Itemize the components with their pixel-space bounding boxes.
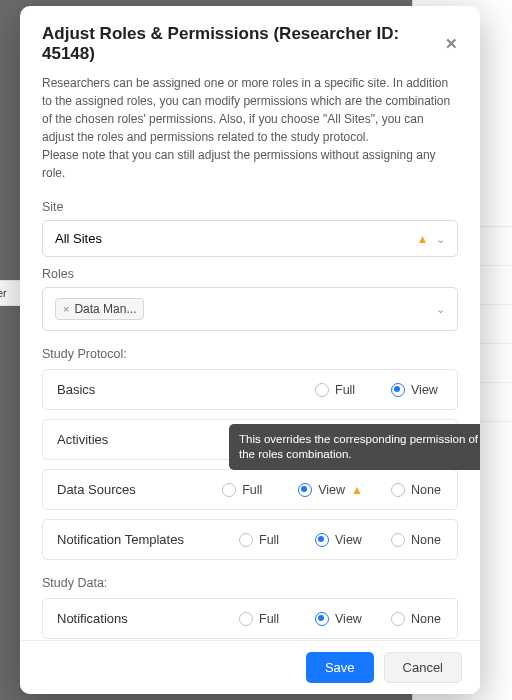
radio-icon[interactable] bbox=[239, 533, 253, 547]
modal-title: Adjust Roles & Permissions (Researcher I… bbox=[42, 24, 445, 64]
permission-name: Notifications bbox=[57, 611, 207, 626]
permission-option-none[interactable]: None bbox=[391, 612, 443, 626]
radio-icon[interactable] bbox=[239, 612, 253, 626]
permission-option-view[interactable]: View▲ bbox=[298, 483, 367, 497]
close-icon[interactable]: ✕ bbox=[445, 35, 458, 53]
permission-name: Basics bbox=[57, 382, 207, 397]
radio-icon[interactable] bbox=[315, 612, 329, 626]
permission-option-none[interactable]: None bbox=[391, 483, 443, 497]
warning-icon: ▲ bbox=[351, 483, 363, 497]
permission-option-none[interactable]: None bbox=[391, 533, 443, 547]
site-select[interactable]: All Sites ▲ ⌄ bbox=[42, 220, 458, 257]
permission-name: Activities bbox=[57, 432, 207, 447]
chip-remove-icon[interactable]: × bbox=[63, 303, 69, 315]
radio-icon[interactable] bbox=[222, 483, 236, 497]
roles-select[interactable]: × Data Man... ⌄ bbox=[42, 287, 458, 331]
radio-icon[interactable] bbox=[391, 612, 405, 626]
permission-option-full[interactable]: Full bbox=[222, 483, 274, 497]
modal-description: Researchers can be assigned one or more … bbox=[20, 68, 480, 186]
chevron-down-icon: ⌄ bbox=[436, 303, 445, 316]
roles-label: Roles bbox=[42, 267, 458, 281]
save-button[interactable]: Save bbox=[306, 652, 374, 683]
override-tooltip: This overrides the corresponding permiss… bbox=[229, 424, 480, 470]
radio-icon[interactable] bbox=[298, 483, 312, 497]
permission-row: ActivitiesFullViewNoneThis overrides the… bbox=[42, 419, 458, 460]
permission-row: Notification TemplatesFullViewNone bbox=[42, 519, 458, 560]
site-value: All Sites bbox=[55, 231, 102, 246]
permission-option-full[interactable]: Full bbox=[239, 612, 291, 626]
radio-icon[interactable] bbox=[315, 383, 329, 397]
radio-icon[interactable] bbox=[391, 483, 405, 497]
permission-row: BasicsFullView bbox=[42, 369, 458, 410]
permission-option-view[interactable]: View bbox=[315, 612, 367, 626]
role-chip[interactable]: × Data Man... bbox=[55, 298, 144, 320]
study-protocol-heading: Study Protocol: bbox=[42, 347, 458, 361]
chip-label: Data Man... bbox=[74, 302, 136, 316]
warning-icon: ▲ bbox=[416, 232, 428, 246]
radio-icon[interactable] bbox=[391, 383, 405, 397]
cancel-button[interactable]: Cancel bbox=[384, 652, 462, 683]
permission-row: Data SourcesFullView▲None bbox=[42, 469, 458, 510]
permission-option-full[interactable]: Full bbox=[315, 383, 367, 397]
radio-icon[interactable] bbox=[391, 533, 405, 547]
modal-body: Site All Sites ▲ ⌄ Roles × Data Man... ⌄… bbox=[20, 186, 480, 640]
roles-permissions-modal: Adjust Roles & Permissions (Researcher I… bbox=[20, 6, 480, 694]
chevron-down-icon: ⌄ bbox=[436, 233, 445, 245]
study-data-heading: Study Data: bbox=[42, 576, 458, 590]
permission-name: Data Sources bbox=[57, 482, 207, 497]
radio-icon[interactable] bbox=[315, 533, 329, 547]
permission-option-view[interactable]: View bbox=[315, 533, 367, 547]
permission-row: NotificationsFullViewNone bbox=[42, 598, 458, 639]
permission-option-view[interactable]: View bbox=[391, 383, 443, 397]
permission-option-full[interactable]: Full bbox=[239, 533, 291, 547]
modal-footer: Save Cancel bbox=[20, 640, 480, 694]
site-label: Site bbox=[42, 200, 458, 214]
permission-name: Notification Templates bbox=[57, 532, 207, 547]
